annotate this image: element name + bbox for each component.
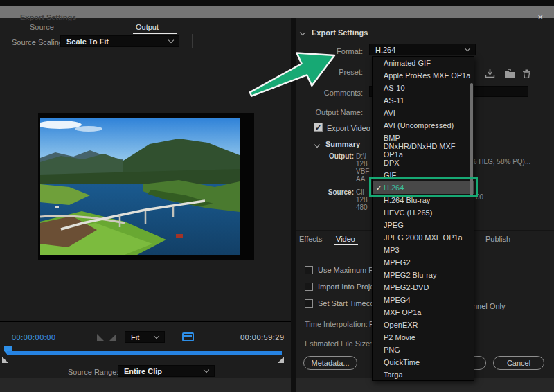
summary-source-line: 128 xyxy=(356,196,368,204)
export-settings-dialog: Export Settings × Source Output Source S… xyxy=(0,0,554,392)
step-forward-icon[interactable] xyxy=(109,334,116,341)
format-option-label: Targa xyxy=(384,371,403,379)
timeline-scrubber[interactable] xyxy=(7,351,282,355)
summary-header: Summary xyxy=(325,140,360,148)
format-option-mpeg4[interactable]: MPEG4 xyxy=(373,294,474,306)
format-dropdown-list: Animated GIFApple ProRes MXF OP1aAS-10AS… xyxy=(372,56,474,381)
format-option-label: MPEG2-DVD xyxy=(384,283,429,292)
checkbox-icon[interactable] xyxy=(305,266,313,274)
highlight-annotation-box xyxy=(369,177,478,197)
format-option-label: QuickTime xyxy=(384,358,420,366)
current-timecode[interactable]: 00:00:00:00 xyxy=(12,333,56,341)
format-option-label: DPX xyxy=(384,159,400,167)
format-option-label: PNG xyxy=(384,346,400,354)
format-option-label: AVI xyxy=(384,109,395,117)
format-option-label: DNxHR/DNxHD MXF OP1a xyxy=(384,142,474,159)
in-point-handle[interactable] xyxy=(2,357,8,363)
tab-effects[interactable]: Effects xyxy=(299,235,322,243)
top-strip xyxy=(0,0,554,6)
step-back-icon[interactable] xyxy=(97,334,104,341)
format-option-label: OpenEXR xyxy=(384,321,418,329)
import-preset-icon[interactable] xyxy=(504,69,516,78)
format-option-openexr[interactable]: OpenEXR xyxy=(373,319,474,331)
format-option-jpeg[interactable]: JPEG xyxy=(373,219,474,231)
format-option-label: H.264 Blu-ray xyxy=(384,196,430,204)
chevron-down-icon xyxy=(168,37,174,43)
close-icon[interactable]: × xyxy=(537,12,543,22)
summary-output-fragment: 5% HLG, 58% PQ)... xyxy=(467,158,530,166)
export-settings-header: Export Settings xyxy=(312,28,368,37)
option-use-maximum-ren[interactable]: Use Maximum Ren xyxy=(305,266,383,274)
format-option-label: AS-11 xyxy=(384,96,404,105)
format-option-mxf-op1a[interactable]: MXF OP1a xyxy=(373,306,474,319)
source-range-dropdown[interactable]: Entire Clip xyxy=(118,365,215,377)
out-point-handle[interactable] xyxy=(278,357,284,363)
format-option-label: MPEG2 xyxy=(384,258,411,267)
format-option-hevc-h-265-[interactable]: HEVC (H.265) xyxy=(373,206,474,219)
transport-divider xyxy=(0,321,291,322)
option-import-into-project[interactable]: Import Into Project xyxy=(305,283,380,291)
format-option-dnxhr-dnxhd-mxf-op1a[interactable]: DNxHR/DNxHD MXF OP1a xyxy=(373,144,474,157)
format-option-label: JPEG xyxy=(384,221,404,229)
estimated-file-size-label: Estimated File Size: xyxy=(305,339,372,348)
format-option-label: P2 Movie xyxy=(384,333,416,341)
tab-output-underline xyxy=(133,33,177,34)
format-option-label: MP3 xyxy=(384,246,400,254)
summary-output-line: D:\l xyxy=(356,152,366,160)
format-option-mp3[interactable]: MP3 xyxy=(373,244,474,256)
summary-output-label: Output: xyxy=(315,152,354,160)
save-preset-icon[interactable] xyxy=(485,69,495,78)
format-option-mpeg2-blu-ray[interactable]: MPEG2 Blu-ray xyxy=(373,269,474,281)
checkbox-icon[interactable] xyxy=(305,283,313,291)
annotation-arrow-icon xyxy=(235,44,346,104)
option-set-start-timecode[interactable]: Set Start Timecode xyxy=(305,299,383,308)
option-label: Import Into Project xyxy=(318,283,380,291)
time-interpolation-label: Time Interpolation: xyxy=(305,320,368,328)
format-option-quicktime[interactable]: QuickTime xyxy=(373,356,474,368)
format-option-targa[interactable]: Targa xyxy=(373,368,474,381)
format-option-animated-gif[interactable]: Animated GIF xyxy=(373,57,474,69)
chevron-down-icon xyxy=(204,367,209,373)
summary-output-line: 128 xyxy=(356,160,368,168)
format-option-apple-prores-mxf-op1a[interactable]: Apple ProRes MXF OP1a xyxy=(373,69,474,82)
format-option-mpeg2[interactable]: MPEG2 xyxy=(373,256,474,269)
format-option-avi-uncompressed-[interactable]: AVI (Uncompressed) xyxy=(373,119,474,132)
toolbar-divider xyxy=(192,34,193,48)
title-bar[interactable]: Export Settings × xyxy=(0,6,554,18)
tab-publish[interactable]: Publish xyxy=(485,235,510,243)
chevron-down-icon xyxy=(154,333,159,339)
format-option-as-11[interactable]: AS-11 xyxy=(373,94,474,107)
format-dropdown[interactable]: H.264 xyxy=(369,44,476,55)
chevron-down-icon[interactable] xyxy=(300,30,305,35)
tab-output[interactable]: Output xyxy=(136,23,159,31)
format-option-avi[interactable]: AVI xyxy=(373,107,474,119)
delete-preset-icon[interactable] xyxy=(522,69,531,78)
source-scaling-label: Source Scaling: xyxy=(12,38,65,46)
tab-video[interactable]: Video xyxy=(336,235,355,243)
format-option-label: MPEG2 Blu-ray xyxy=(384,271,436,279)
format-option-label: MPEG4 xyxy=(384,296,411,304)
metadata-button[interactable]: Metadata... xyxy=(303,356,357,370)
export-video-checkbox[interactable]: ✓ xyxy=(314,123,323,132)
format-option-p2-movie[interactable]: P2 Movie xyxy=(373,331,474,344)
summary-source-line: Cli xyxy=(356,188,364,196)
summary-output-line: AA xyxy=(356,175,365,183)
format-option-as-10[interactable]: AS-10 xyxy=(373,82,474,94)
format-option-png[interactable]: PNG xyxy=(373,344,474,356)
source-scaling-dropdown[interactable]: Scale To Fit xyxy=(60,35,179,47)
cancel-button[interactable]: Cancel xyxy=(493,356,544,370)
chevron-down-icon[interactable] xyxy=(314,142,320,148)
format-option-label: HEVC (H.265) xyxy=(384,208,432,217)
summary-output-line: VBF xyxy=(356,168,369,175)
channel-only-fragment: nnel Only xyxy=(473,302,505,310)
format-option-label: Apple ProRes MXF OP1a xyxy=(384,71,470,80)
aspect-zoom-icon[interactable] xyxy=(182,332,194,341)
source-range-value: Entire Clip xyxy=(124,367,162,375)
format-option-label: AVI (Uncompressed) xyxy=(384,121,454,130)
format-option-mpeg2-dvd[interactable]: MPEG2-DVD xyxy=(373,281,474,294)
dialog-title: Export Settings xyxy=(20,13,76,21)
format-option-jpeg-2000-mxf-op1a[interactable]: JPEG 2000 MXF OP1a xyxy=(373,231,474,244)
checkbox-icon[interactable] xyxy=(305,299,313,308)
zoom-fit-dropdown[interactable]: Fit xyxy=(125,331,165,343)
tab-source[interactable]: Source xyxy=(30,23,54,31)
